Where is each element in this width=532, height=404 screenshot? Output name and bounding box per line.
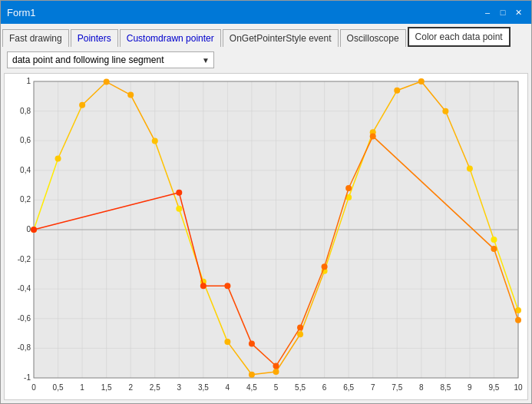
tab-pointers[interactable]: Pointers xyxy=(71,29,118,47)
maximize-button[interactable]: □ xyxy=(496,5,510,19)
chart-area xyxy=(4,73,528,400)
main-window: Form1 – □ ✕ Fast drawing Pointers Custom… xyxy=(0,0,532,404)
dropdown-row: data point and following line segmentdat… xyxy=(1,47,531,73)
window-title: Form1 xyxy=(7,7,36,18)
tab-oscilloscope[interactable]: Oscilloscope xyxy=(340,29,406,47)
dropdown-wrapper: data point and following line segmentdat… xyxy=(7,51,214,68)
close-button[interactable]: ✕ xyxy=(511,5,525,19)
tab-color-each-data-point[interactable]: Color each data point xyxy=(408,27,511,47)
minimize-button[interactable]: – xyxy=(481,5,494,19)
tab-fast-drawing[interactable]: Fast drawing xyxy=(2,29,69,47)
tab-customdrawn-pointer[interactable]: Customdrawn pointer xyxy=(120,29,221,47)
chart-canvas xyxy=(5,74,527,399)
tab-ongetpointerstyle[interactable]: OnGetPointerStyle event xyxy=(223,29,339,47)
title-bar: Form1 – □ ✕ xyxy=(1,1,531,24)
segment-dropdown[interactable]: data point and following line segmentdat… xyxy=(7,51,214,68)
tab-bar: Fast drawing Pointers Customdrawn pointe… xyxy=(1,24,531,47)
